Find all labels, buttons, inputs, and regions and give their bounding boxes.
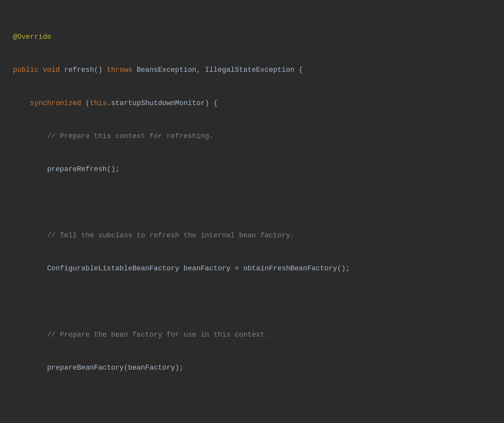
method-refresh: refresh — [64, 66, 94, 74]
line-7: // Tell the subclass to refresh the inte… — [13, 230, 491, 241]
call-prepareRefresh: prepareRefresh — [47, 165, 107, 173]
line-11: prepareBeanFactory(beanFactory); — [13, 363, 491, 374]
annotation-override: @Override — [13, 33, 51, 41]
line-3: synchronized (this.startupShutdownMonito… — [13, 98, 491, 109]
call-obtainFresh: obtainFreshBeanFactory — [243, 265, 337, 273]
kw-synchronized: synchronized — [30, 99, 81, 107]
kw-throws: throws — [107, 66, 132, 74]
field-monitor: startupShutdownMonitor — [111, 99, 205, 107]
line-6 — [13, 197, 491, 208]
line-10: // Prepare the bean factory for use in t… — [13, 330, 491, 341]
call-prepareBeanFactory: prepareBeanFactory — [47, 364, 124, 372]
kw-void: void — [43, 66, 60, 74]
line-1: @Override — [13, 32, 491, 43]
line-12 — [13, 396, 491, 407]
line-5: prepareRefresh(); — [13, 164, 491, 175]
line-9 — [13, 296, 491, 307]
code-block: @Override public void refresh() throws B… — [13, 10, 491, 423]
line-2: public void refresh() throws BeansExcept… — [13, 65, 491, 76]
comment-2: // Tell the subclass to refresh the inte… — [47, 232, 295, 240]
comment-3: // Prepare the bean factory for use in t… — [47, 331, 269, 339]
comment-1: // Prepare this context for refreshing. — [47, 132, 214, 140]
var-beanFactory: beanFactory — [184, 265, 230, 273]
class-illegal-state: IllegalStateException — [205, 66, 294, 74]
line-4: // Prepare this context for refreshing. — [13, 131, 491, 142]
class-configurable: ConfigurableListableBeanFactory — [47, 265, 179, 273]
kw-this: this — [90, 99, 107, 107]
line-8: ConfigurableListableBeanFactory beanFact… — [13, 263, 491, 274]
kw-public: public — [13, 66, 38, 74]
class-beans-exception: BeansException — [137, 66, 196, 74]
